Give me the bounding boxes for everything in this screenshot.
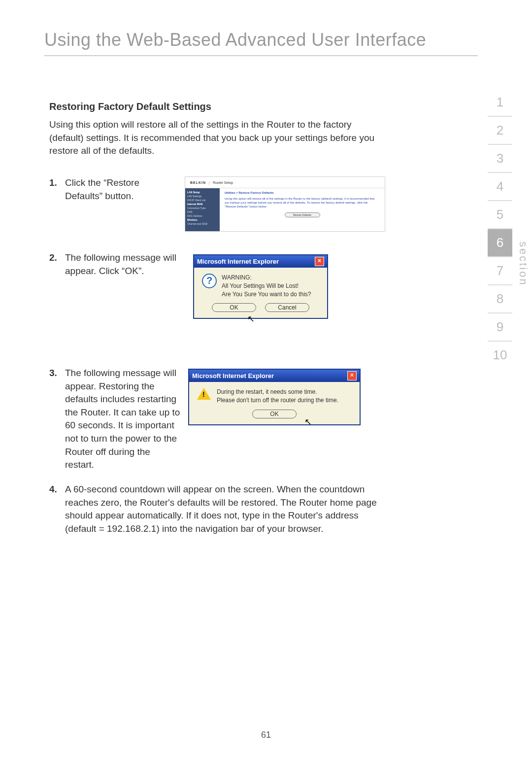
restart-dialog: Microsoft Internet Explorer × During the… [188,369,361,425]
step-1-number: 1. [49,176,65,190]
page-number: 61 [0,730,532,740]
nav-6[interactable]: 6 [488,229,512,257]
router-setup-label: Router Setup [213,181,233,184]
nav-9[interactable]: 9 [488,313,512,342]
nav-1[interactable]: 1 [488,89,512,117]
nav-3[interactable]: 3 [488,145,512,173]
section-heading: Restoring Factory Default Settings [49,101,211,112]
step-4-text: A 60-second countdown will appear on the… [65,483,380,535]
dialog2-title: Microsoft Internet Explorer [192,372,274,380]
ok-button[interactable]: OK [252,410,297,418]
nav-5[interactable]: 5 [488,201,512,229]
nav-10[interactable]: 10 [488,342,512,369]
section-nav: 1 2 3 4 5 6 7 8 9 10 [488,89,512,369]
section-label: section [517,242,530,286]
step-1-text: Click the “Restore Defaults” button. [65,176,178,203]
cancel-button[interactable]: Cancel [265,303,309,312]
restore-defaults-button[interactable]: Restore Defaults [285,212,320,217]
close-icon[interactable]: × [347,371,357,380]
step-4-number: 4. [49,483,65,496]
step-3-text: The following message will appear. Resto… [65,367,181,472]
dialog2-line2: Please don't turn off the router during … [217,396,338,405]
warning-dialog: Microsoft Internet Explorer × ? WARNING:… [193,254,328,319]
nav-7[interactable]: 7 [488,257,512,285]
step-2-text: The following message will appear. Click… [65,251,178,277]
dialog1-line3: Are You Sure You want to do this? [222,290,311,299]
nav-4[interactable]: 4 [488,173,512,201]
dialog2-line1: During the restart, it needs some time. [217,388,338,396]
dialog1-title: Microsoft Internet Explorer [197,258,279,265]
question-icon: ? [202,274,216,287]
router-restore-description: Using this option will restore all of th… [225,197,380,208]
belkin-logo: BELKIN [190,181,206,184]
router-sidebar: LAN Setup LAN Settings DHCP Client List … [185,188,220,232]
dialog1-line2: All Your Settings Will be Lost! [222,282,311,290]
page-title: Using the Web-Based Advanced User Interf… [44,30,478,56]
router-restore-screenshot: BELKIN | Router Setup LAN Setup LAN Sett… [185,176,385,232]
dialog1-line1: WARNING: [222,274,311,282]
warning-icon [197,388,211,402]
step-2-number: 2. [49,251,65,265]
router-breadcrumb: Utilities > Restore Factory Defaults [225,191,380,194]
intro-paragraph: Using this option will restore all of th… [49,118,379,158]
step-3-number: 3. [49,367,65,380]
close-icon[interactable]: × [315,257,324,266]
ok-button[interactable]: OK [212,303,256,312]
nav-2[interactable]: 2 [488,117,512,145]
nav-8[interactable]: 8 [488,285,512,313]
